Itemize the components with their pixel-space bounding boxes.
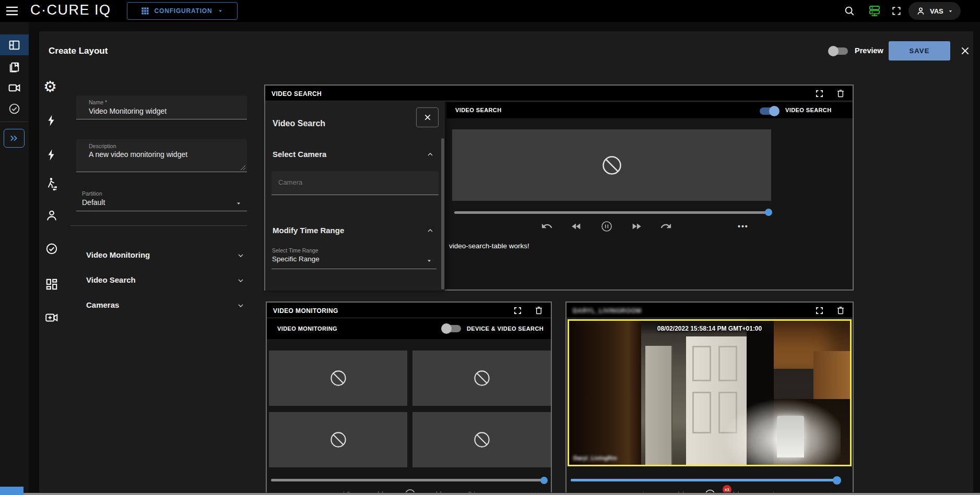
pause-icon[interactable] — [600, 220, 613, 233]
rail-divider — [0, 122, 29, 122]
drawer-scrollbar[interactable] — [441, 138, 444, 289]
device-video-search-toggle[interactable] — [442, 324, 462, 333]
video-search-timeline-slider[interactable] — [454, 211, 770, 214]
name-field[interactable]: Name * — [76, 95, 247, 119]
fast-forward-icon[interactable] — [434, 489, 445, 492]
drawer-close-button[interactable] — [416, 107, 439, 127]
camera-timeline-thumb[interactable] — [833, 476, 841, 485]
section-cameras[interactable]: Cameras — [86, 300, 119, 310]
description-field[interactable]: Description A new video monitoring widge… — [76, 139, 247, 172]
rewind-icon[interactable] — [674, 489, 686, 492]
undo-icon[interactable] — [541, 220, 553, 232]
preview-label: Preview — [855, 46, 883, 55]
section-video-search-label: Video Search — [86, 275, 136, 284]
app-logo: C·CURE IQ — [30, 2, 111, 18]
fullscreen-icon[interactable] — [891, 6, 902, 16]
pause-icon[interactable] — [404, 488, 416, 492]
video-search-toggle[interactable] — [760, 106, 780, 116]
undo-icon[interactable] — [343, 488, 354, 492]
app-window: C·CURE IQ CONFIGURATION VAS — [0, 0, 980, 495]
video-monitoring-timeline-thumb[interactable] — [540, 477, 548, 484]
configuration-label: CONFIGURATION — [155, 7, 212, 15]
video-search-toolbar-label: VIDEO SEARCH — [455, 107, 502, 113]
modify-time-range-chevron-up-icon[interactable] — [426, 226, 434, 235]
video-search-fullscreen-icon[interactable] — [815, 89, 824, 98]
user-menu[interactable]: VAS — [908, 2, 961, 20]
video-camera-icon[interactable] — [8, 81, 21, 94]
video-monitoring-title: VIDEO MONITORING — [273, 307, 338, 315]
configuration-menu-button[interactable]: CONFIGURATION — [127, 2, 238, 20]
video-monitoring-timeline-slider[interactable] — [271, 479, 544, 481]
video-search-timeline-thumb[interactable] — [765, 209, 772, 216]
mustering-walk-icon[interactable] — [44, 177, 58, 191]
widgets-grid-icon[interactable] — [45, 277, 58, 291]
expand-sidebar-button[interactable] — [4, 129, 25, 148]
time-range-select[interactable]: Select Time Range Specific Range — [271, 245, 436, 269]
server-status-icon[interactable] — [868, 5, 881, 17]
partition-select[interactable]: Partition Default — [76, 188, 247, 211]
device-video-search-label: DEVICE & VIDEO SEARCH — [467, 325, 544, 332]
camera-panel-titlebar: DARYL_LIVINGROOM — [566, 303, 853, 318]
save-button[interactable]: SAVE — [889, 41, 950, 61]
description-input[interactable]: A new video monitoring widget — [89, 151, 242, 168]
video-monitoring-fullscreen-icon[interactable] — [513, 306, 522, 315]
name-input[interactable] — [89, 107, 242, 115]
layouts-icon[interactable] — [8, 39, 21, 52]
menu-icon[interactable] — [5, 6, 19, 16]
description-field-label: Description — [89, 143, 116, 149]
redo-icon[interactable] — [464, 488, 476, 492]
camera-panel-fullscreen-icon[interactable] — [815, 306, 824, 315]
form-divider — [70, 225, 247, 226]
monitor-tile-3[interactable] — [269, 412, 407, 467]
section-video-search[interactable]: Video Search — [86, 275, 136, 285]
horizontal-scrollbar[interactable] — [23, 493, 980, 495]
undo-icon[interactable] — [642, 488, 655, 492]
add-camera-icon[interactable] — [44, 311, 58, 324]
video-search-toggle-knob — [769, 106, 780, 116]
personnel-icon[interactable] — [45, 209, 58, 222]
views-icon[interactable] — [8, 61, 21, 74]
resize-handle-icon[interactable] — [241, 165, 245, 170]
section-cameras-chevron-down-icon[interactable] — [237, 301, 245, 310]
close-icon[interactable] — [960, 45, 971, 56]
camera-feed-selected[interactable]: 08/02/2022 15:58:14 PM GMT+01:00 Daryl_L… — [568, 319, 852, 466]
preview-toggle[interactable] — [829, 46, 849, 56]
monitor-tile-2[interactable] — [412, 351, 551, 406]
monitor-tile-4[interactable] — [412, 412, 551, 467]
status-check-icon[interactable] — [45, 242, 58, 256]
redo-icon[interactable] — [762, 488, 775, 492]
more-options-icon[interactable]: ••• — [831, 489, 842, 492]
camera-timeline-slider[interactable] — [571, 479, 838, 481]
video-search-delete-icon[interactable] — [836, 89, 845, 98]
camera-input[interactable] — [278, 178, 433, 186]
camera-panel-title-redacted: DARYL_LIVINGROOM — [573, 307, 641, 315]
settings-gear-icon[interactable]: ⚙ — [43, 79, 57, 94]
section-video-monitoring[interactable]: Video Monitoring — [86, 250, 150, 260]
more-options-icon[interactable]: ••• — [530, 489, 541, 492]
section-video-monitoring-chevron-down-icon[interactable] — [237, 251, 245, 260]
more-options-icon[interactable]: ••• — [738, 222, 749, 231]
section-video-search-chevron-down-icon[interactable] — [237, 276, 245, 285]
fast-forward-icon[interactable] — [731, 489, 743, 492]
device-toggle-knob — [441, 323, 452, 334]
select-camera-chevron-up-icon[interactable] — [426, 150, 434, 159]
video-search-player[interactable] — [452, 129, 771, 201]
camera-off-icon — [328, 430, 348, 450]
user-caret-down-icon — [948, 8, 953, 14]
time-range-label: Select Time Range — [272, 247, 318, 253]
monitor-tile-1[interactable] — [269, 351, 407, 406]
fast-forward-icon[interactable] — [631, 221, 642, 232]
select-camera-heading: Select Camera — [273, 150, 326, 159]
camera-feed-widget-panel: DARYL_LIVINGROOM — [565, 301, 854, 492]
redo-icon[interactable] — [660, 220, 672, 232]
camera-panel-delete-icon[interactable] — [836, 306, 845, 315]
event-bolt-icon[interactable] — [45, 114, 58, 127]
rewind-icon[interactable] — [571, 221, 582, 232]
rewind-icon[interactable] — [374, 489, 385, 492]
playback-clock-icon[interactable] — [704, 488, 716, 492]
health-check-icon[interactable] — [8, 102, 21, 115]
search-icon[interactable] — [844, 5, 855, 17]
video-monitoring-delete-icon[interactable] — [534, 306, 544, 315]
feed-appliance — [777, 416, 804, 457]
event-bolt-icon-2[interactable] — [45, 148, 58, 162]
